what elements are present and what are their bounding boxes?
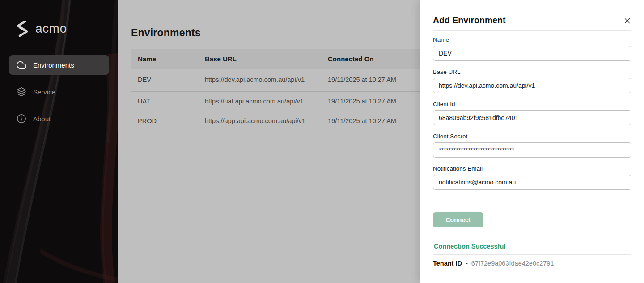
- name-input[interactable]: [433, 46, 631, 61]
- sidebar-item-label: About: [33, 115, 51, 123]
- tenant-id-label: Tenant ID: [433, 260, 462, 267]
- sidebar-item-service[interactable]: Service: [9, 82, 109, 102]
- base-url-input[interactable]: [433, 78, 631, 93]
- sidebar-item-label: Service: [33, 88, 55, 96]
- drawer-form: Name Base URL Client Id Client Secret No…: [433, 36, 631, 190]
- sidebar-item-about[interactable]: About: [9, 109, 109, 129]
- field-name: Name: [433, 36, 631, 61]
- sidebar: acmo Environments Se: [0, 0, 118, 283]
- form-divider: [433, 202, 631, 202]
- sidebar-item-label: Environments: [33, 61, 74, 69]
- client-secret-input[interactable]: [433, 142, 631, 158]
- tenant-id-separator: -: [466, 260, 468, 267]
- brand-logo: acmo: [14, 20, 67, 38]
- drawer-header: Add Environment: [433, 0, 631, 31]
- field-label-notifications-email: Notifications Email: [433, 165, 631, 172]
- info-icon: [17, 114, 26, 124]
- field-client-secret: Client Secret: [433, 133, 631, 158]
- acmo-logo-icon: [14, 20, 30, 38]
- notifications-email-input[interactable]: [433, 175, 631, 190]
- client-id-input[interactable]: [433, 110, 631, 125]
- add-environment-drawer: Add Environment Name Base URL Cl: [420, 0, 644, 283]
- field-label-client-secret: Client Secret: [433, 133, 631, 140]
- field-label-base-url: Base URL: [433, 69, 631, 76]
- field-label-client-id: Client Id: [433, 101, 631, 108]
- connection-status-text: Connection Successful: [434, 243, 505, 250]
- close-button[interactable]: [623, 16, 631, 25]
- field-notifications-email: Notifications Email: [433, 165, 631, 190]
- sidebar-background-texture: [0, 0, 118, 283]
- brand-logo-text: acmo: [35, 22, 67, 35]
- field-base-url: Base URL: [433, 69, 631, 93]
- sidebar-nav: Environments Service: [9, 55, 109, 136]
- connect-button[interactable]: Connect: [433, 212, 483, 227]
- tenant-id-value: 67f72e9a063fdae42e0c2791: [471, 260, 554, 267]
- tenant-id-row: Tenant ID - 67f72e9a063fdae42e0c2791: [433, 255, 631, 267]
- drawer-title: Add Environment: [433, 14, 631, 26]
- close-icon: [623, 17, 631, 25]
- field-client-id: Client Id: [433, 101, 631, 125]
- sidebar-item-environments[interactable]: Environments: [9, 55, 109, 75]
- cloud-icon: [17, 60, 26, 70]
- field-label-name: Name: [433, 36, 631, 43]
- connection-status: Connection Successful: [433, 242, 631, 255]
- layers-icon: [17, 87, 26, 97]
